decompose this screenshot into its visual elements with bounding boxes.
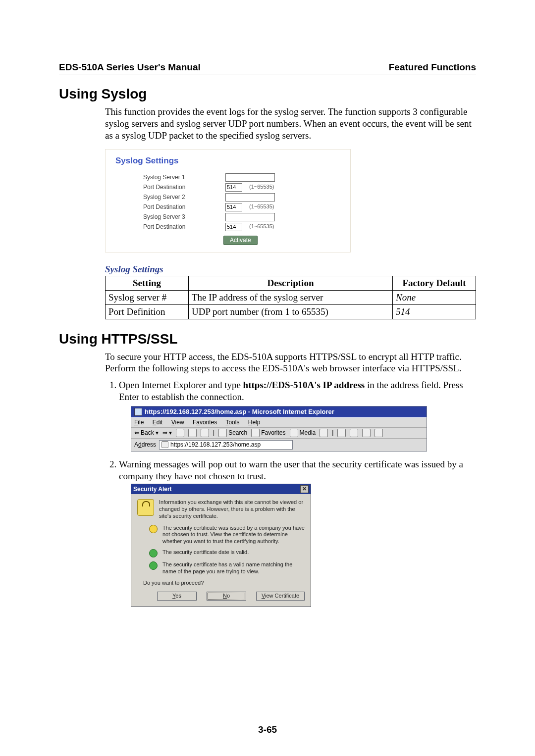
label-port3: Port Destination [115, 223, 225, 231]
view-certificate-button[interactable]: View Certificate [256, 592, 305, 601]
menu-tools[interactable]: Tools [225, 419, 239, 426]
input-port2[interactable] [225, 203, 242, 211]
section-heading-https: Using HTTPS/SSL [59, 331, 476, 347]
th-setting: Setting [106, 276, 189, 291]
step2-text: Warning messages will pop out to warn th… [119, 459, 463, 481]
input-port1[interactable] [225, 183, 242, 192]
history-icon[interactable] [320, 429, 328, 437]
toolbar-sep: | [332, 429, 333, 437]
syslog-panel-title: Syslog Settings [115, 155, 340, 166]
yes-button[interactable]: Yes [157, 592, 197, 601]
label-server2: Syslog Server 2 [115, 194, 225, 201]
address-field[interactable]: https://192.168.127.253/home.asp [159, 440, 293, 450]
warning-icon [149, 525, 158, 533]
hint-port1: (1~65535) [249, 184, 274, 191]
favorites-icon [251, 429, 260, 437]
syslog-settings-panel: Syslog Settings Syslog Server 1 Port Des… [105, 149, 351, 252]
edit-icon[interactable] [362, 429, 371, 437]
label-port2: Port Destination [115, 203, 225, 211]
menu-file[interactable]: FFileile [134, 419, 144, 426]
page-number: 3-65 [0, 724, 535, 735]
ie-menubar[interactable]: FFileile Edit View Favorites Tools Help [131, 417, 427, 427]
cell: The IP address of the syslog server [189, 291, 393, 305]
step1-bold: https://EDS-510A's IP address [243, 380, 365, 390]
chapter-title: Featured Functions [389, 62, 476, 73]
page-content: EDS-510A Series User's Manual Featured F… [59, 62, 476, 610]
back-button[interactable]: ⇐ Back ▾ [134, 429, 159, 437]
https-intro: To secure your HTTP access, the EDS-510A… [105, 351, 476, 375]
section-heading-syslog: Using Syslog [59, 86, 476, 102]
ie-window: https://192.168.127.253/home.asp - Micro… [131, 406, 427, 452]
close-icon[interactable]: ✕ [300, 485, 309, 493]
cert-name-valid: The security certificate has a valid nam… [162, 561, 305, 575]
menu-favorites[interactable]: Favorites [193, 419, 217, 426]
settings-table-caption: Syslog Settings [105, 263, 476, 275]
row-server3: Syslog Server 3 [115, 213, 340, 221]
table-row: Syslog server # The IP address of the sy… [106, 291, 476, 305]
hint-port2: (1~65535) [249, 203, 274, 210]
ie-title-text: https://192.168.127.253/home.asp - Micro… [145, 408, 334, 416]
discuss-icon[interactable] [374, 429, 383, 437]
search-button[interactable]: Search [218, 429, 247, 437]
menu-view[interactable]: View [171, 419, 184, 426]
page-icon [161, 441, 168, 448]
hint-port3: (1~65535) [249, 223, 274, 230]
address-value: https://192.168.127.253/home.asp [170, 441, 261, 449]
https-steps: Open Internet Explorer and type https://… [105, 379, 476, 607]
check-icon [149, 549, 158, 557]
menu-help[interactable]: Help [248, 419, 261, 426]
refresh-icon[interactable] [188, 429, 197, 437]
check-icon [149, 561, 158, 570]
media-button[interactable]: Media [290, 429, 316, 437]
ie-titlebar: https://192.168.127.253/home.asp - Micro… [131, 406, 427, 417]
menu-edit[interactable]: Edit [153, 419, 163, 426]
step-2: Warning messages will pop out to warn th… [119, 458, 476, 607]
cell: Syslog server # [106, 291, 189, 305]
dialog-message: Information you exchange with this site … [159, 499, 305, 519]
dialog-body: Information you exchange with this site … [131, 494, 311, 606]
favorites-button[interactable]: Favorites [251, 429, 285, 437]
cell: Port Definition [106, 304, 189, 319]
page-header: EDS-510A Series User's Manual Featured F… [59, 62, 476, 74]
row-port1: Port Destination (1~65535) [115, 183, 340, 192]
search-icon [218, 429, 227, 437]
row-server1: Syslog Server 1 [115, 173, 340, 182]
media-icon [290, 429, 298, 437]
cell: UDP port number (from 1 to 65535) [189, 304, 393, 319]
dialog-titlebar: Security Alert ✕ [131, 484, 311, 494]
label-server3: Syslog Server 3 [115, 213, 225, 221]
label-port1: Port Destination [115, 184, 225, 191]
ie-icon [134, 408, 142, 416]
cert-date-valid: The security certificate date is valid. [162, 549, 249, 557]
dialog-question: Do you want to proceed? [143, 580, 305, 587]
input-port3[interactable] [225, 223, 242, 231]
print-icon[interactable] [350, 429, 358, 437]
home-icon[interactable] [201, 429, 209, 437]
ie-toolbar: ⇐ Back ▾ ⇒ ▾ | Search Favorites Media | [131, 427, 427, 439]
table-row: Setting Description Factory Default [106, 276, 476, 291]
dialog-title: Security Alert [133, 486, 172, 493]
table-row: Port Definition UDP port number (from 1 … [106, 304, 476, 319]
input-server1[interactable] [225, 173, 275, 182]
label-server1: Syslog Server 1 [115, 174, 225, 181]
security-alert-dialog: Security Alert ✕ Information you exchang… [131, 484, 311, 607]
row-port2: Port Destination (1~65535) [115, 203, 340, 211]
step1-text-a: Open Internet Explorer and type [119, 380, 243, 390]
toolbar-sep: | [213, 429, 214, 437]
forward-button[interactable]: ⇒ ▾ [162, 429, 172, 437]
manual-title: EDS-510A Series User's Manual [59, 62, 201, 73]
stop-icon[interactable] [176, 429, 184, 437]
row-port3: Port Destination (1~65535) [115, 223, 340, 231]
ie-addressbar: Address https://192.168.127.253/home.asp [131, 439, 427, 451]
activate-button[interactable]: Activate [223, 236, 258, 245]
lock-icon [137, 499, 154, 516]
mail-icon[interactable] [337, 429, 346, 437]
input-server2[interactable] [225, 193, 275, 202]
input-server3[interactable] [225, 213, 275, 221]
address-label: Address [134, 441, 156, 449]
th-default: Factory Default [393, 276, 476, 291]
cell: None [393, 291, 476, 305]
no-button[interactable]: No [207, 592, 246, 601]
row-server2: Syslog Server 2 [115, 193, 340, 202]
cell: 514 [393, 304, 476, 319]
